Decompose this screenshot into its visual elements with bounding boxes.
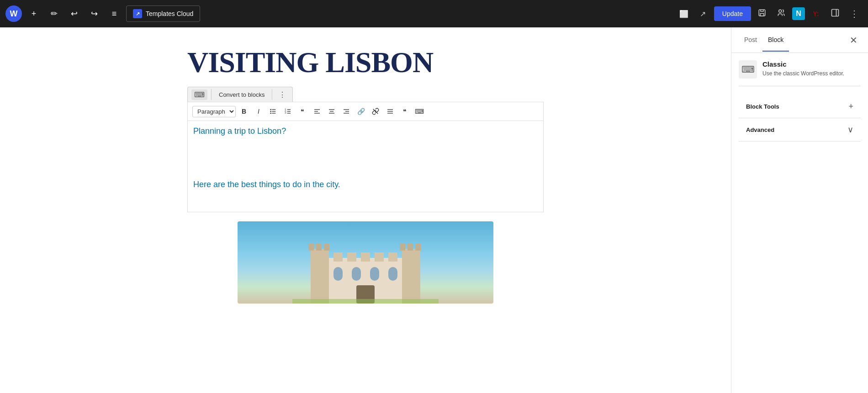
sidebar-icon — [831, 8, 840, 20]
block-description: Use the classic WordPress editor. — [762, 70, 844, 78]
formatting-toolbar: Paragraph B I 1.2.3. ❝ — [187, 102, 544, 121]
three-dots-icon: ⋮ — [279, 91, 286, 99]
block-info-text: Classic Use the classic WordPress editor… — [762, 60, 844, 78]
block-name: Classic — [762, 60, 844, 68]
toolbar-right: ⬜ ↗ Update N Y: — [676, 5, 863, 22]
svg-rect-2 — [832, 9, 839, 16]
post-title[interactable]: VISITING LISBON — [187, 46, 544, 79]
sidebar-toggle-button[interactable] — [827, 5, 843, 22]
link-button[interactable]: 🔗 — [355, 105, 367, 118]
n-plugin-icon[interactable]: N — [792, 7, 805, 20]
plus-icon: + — [32, 9, 37, 19]
close-icon: ✕ — [850, 35, 857, 46]
templates-cloud-icon: ↗ — [133, 9, 142, 18]
block-tools-toggle[interactable]: + — [848, 102, 853, 111]
update-button[interactable]: Update — [714, 6, 751, 21]
undo-button[interactable]: ↩ — [66, 5, 82, 22]
italic-button[interactable]: I — [252, 105, 265, 118]
classic-block[interactable]: ⌨ Convert to blocks ⋮ Paragraph B I — [187, 87, 544, 212]
tab-block[interactable]: Block — [762, 29, 789, 52]
align-left-button[interactable] — [311, 105, 323, 118]
svg-rect-48 — [388, 267, 397, 281]
edit-mode-button[interactable]: ✏ — [46, 5, 62, 22]
lisbon-image — [238, 221, 493, 304]
content-paragraph-1[interactable]: Planning a trip to Lisbon? — [188, 126, 543, 136]
keyboard-icon: ⌨ — [741, 64, 755, 75]
yoast-button[interactable]: Y: — [808, 5, 824, 22]
redo-icon: ↪ — [91, 9, 98, 19]
hr-button[interactable] — [384, 105, 397, 118]
svg-rect-40 — [324, 243, 329, 251]
block-tools-header[interactable]: Block Tools + — [739, 95, 861, 118]
main-layout: VISITING LISBON ⌨ Convert to blocks ⋮ P — [0, 27, 868, 393]
image-block[interactable] — [187, 221, 544, 304]
svg-rect-43 — [408, 243, 413, 251]
advanced-header[interactable]: Advanced ∨ — [739, 118, 861, 141]
desktop-icon: ⬜ — [679, 10, 688, 18]
users-icon — [777, 9, 785, 19]
block-icon: ⌨ — [739, 60, 757, 79]
templates-cloud-button[interactable]: ↗ Templates Cloud — [126, 5, 200, 22]
classic-keyboard-icon: ⌨ — [191, 89, 207, 100]
unlink-button[interactable] — [369, 105, 382, 118]
svg-point-6 — [270, 111, 271, 112]
sidebar-tab-bar: Post Block ✕ — [731, 27, 868, 53]
wp-logo-icon[interactable]: W — [5, 5, 22, 22]
advanced-label: Advanced — [746, 126, 774, 133]
redo-button[interactable]: ↪ — [86, 5, 102, 22]
toolbar-divider — [211, 89, 212, 100]
list-view-button[interactable]: ≡ — [106, 5, 122, 22]
svg-rect-42 — [400, 243, 405, 251]
svg-rect-38 — [308, 243, 314, 251]
editor-area[interactable]: VISITING LISBON ⌨ Convert to blocks ⋮ P — [0, 27, 731, 393]
svg-rect-35 — [388, 252, 397, 262]
advanced-section: Advanced ∨ — [739, 118, 861, 141]
paragraph-select[interactable]: Paragraph — [192, 106, 236, 117]
svg-rect-34 — [375, 252, 384, 262]
top-toolbar: W + ✏ ↩ ↪ ≡ ↗ Templates Cloud ⬜ ↗ Update — [0, 0, 868, 27]
classic-block-toolbar: ⌨ Convert to blocks ⋮ — [187, 87, 293, 102]
svg-point-4 — [270, 109, 271, 110]
convert-to-blocks-button[interactable]: Convert to blocks — [215, 89, 268, 100]
sidebar-body: ⌨ Classic Use the classic WordPress edit… — [731, 53, 868, 393]
add-block-button[interactable]: + — [26, 5, 42, 22]
unordered-list-button[interactable] — [267, 105, 280, 118]
pencil-icon: ✏ — [51, 9, 58, 19]
svg-rect-50 — [292, 299, 439, 304]
svg-point-1 — [779, 10, 782, 12]
advanced-toggle[interactable]: ∨ — [847, 125, 853, 135]
content-paragraph-2[interactable]: Here are the best things to do in the ci… — [188, 180, 543, 189]
source-button[interactable]: ⌨ — [413, 105, 426, 118]
sidebar-close-button[interactable]: ✕ — [846, 33, 861, 47]
tab-post[interactable]: Post — [739, 29, 762, 52]
save-draft-button[interactable] — [754, 5, 770, 22]
preview-button[interactable]: ↗ — [695, 5, 711, 22]
editor-content: VISITING LISBON ⌨ Convert to blocks ⋮ P — [160, 46, 571, 304]
classic-editor-body[interactable]: Planning a trip to Lisbon? Here are the … — [187, 121, 544, 212]
svg-point-8 — [270, 113, 271, 114]
svg-text:3.: 3. — [285, 112, 286, 114]
vertical-dots-icon: ⋮ — [850, 8, 859, 19]
svg-rect-0 — [759, 10, 765, 16]
align-right-button[interactable] — [340, 105, 353, 118]
align-center-button[interactable] — [325, 105, 338, 118]
indent-button[interactable]: ❝ — [398, 105, 411, 118]
blockquote-button[interactable]: ❝ — [296, 105, 309, 118]
save-icon — [758, 9, 766, 19]
list-view-icon: ≡ — [112, 9, 117, 19]
external-link-icon: ↗ — [700, 10, 706, 18]
users-button[interactable] — [773, 5, 789, 22]
svg-line-25 — [373, 109, 378, 114]
svg-rect-32 — [347, 252, 356, 262]
more-options-button[interactable]: ⋮ — [846, 5, 863, 22]
svg-rect-37 — [311, 249, 329, 304]
bold-button[interactable]: B — [238, 105, 250, 118]
classic-more-button[interactable]: ⋮ — [276, 89, 289, 100]
desktop-view-button[interactable]: ⬜ — [676, 5, 692, 22]
right-sidebar: Post Block ✕ ⌨ Classic Use the classic W… — [731, 27, 868, 393]
block-info-section: ⌨ Classic Use the classic WordPress edit… — [739, 60, 861, 86]
undo-icon: ↩ — [71, 9, 78, 19]
block-tools-label: Block Tools — [746, 103, 779, 110]
block-tools-section: Block Tools + — [739, 95, 861, 118]
ordered-list-button[interactable]: 1.2.3. — [281, 105, 294, 118]
